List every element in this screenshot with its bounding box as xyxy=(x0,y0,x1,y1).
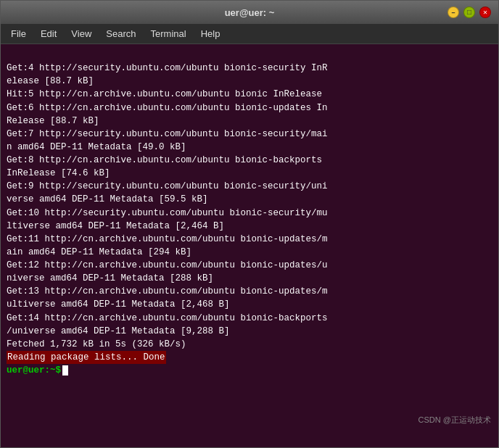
terminal-output: Get:4 http://security.ubuntu.com/ubuntu … xyxy=(7,49,492,364)
minimize-button[interactable]: – xyxy=(448,7,459,18)
menu-file[interactable]: File xyxy=(4,26,33,41)
window-controls: – □ ✕ xyxy=(448,7,491,18)
menu-help[interactable]: Help xyxy=(194,26,228,41)
window-title: uer@uer: ~ xyxy=(225,7,275,18)
close-button[interactable]: ✕ xyxy=(479,7,491,18)
title-bar: uer@uer: ~ – □ ✕ xyxy=(1,1,498,24)
highlighted-line: Reading package lists... Done xyxy=(7,351,166,364)
terminal-body[interactable]: Get:4 http://security.ubuntu.com/ubuntu … xyxy=(1,44,498,447)
terminal-prompt: uer@uer:~$ xyxy=(7,365,61,376)
menu-terminal[interactable]: Terminal xyxy=(144,26,194,41)
menu-edit[interactable]: Edit xyxy=(33,26,64,41)
menu-view[interactable]: View xyxy=(64,26,99,41)
maximize-button[interactable]: □ xyxy=(463,7,475,18)
prompt-line: uer@uer:~$ xyxy=(7,365,492,376)
menu-search[interactable]: Search xyxy=(99,26,143,41)
terminal-window: uer@uer: ~ – □ ✕ File Edit View Search T… xyxy=(0,0,499,448)
menu-bar: File Edit View Search Terminal Help xyxy=(1,24,498,44)
watermark: CSDN @正运动技术 xyxy=(418,415,491,426)
terminal-cursor xyxy=(62,365,68,376)
